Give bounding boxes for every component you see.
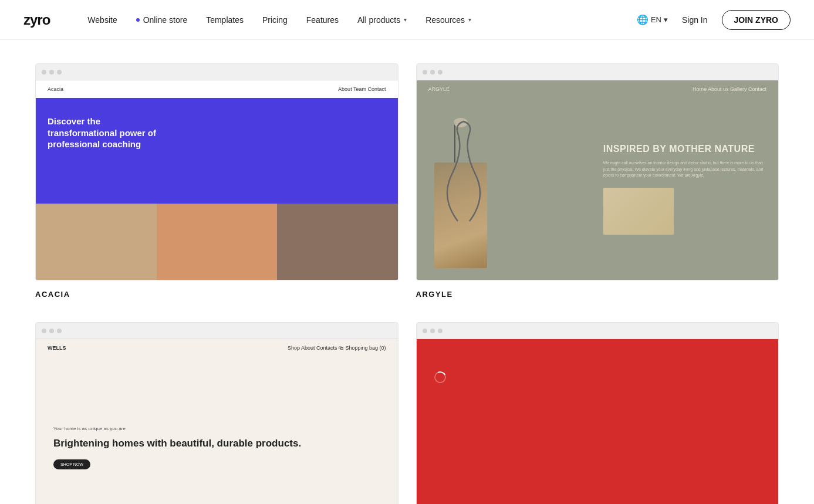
template-card-storytelling[interactable]: . Storytelling, branding and <box>416 322 779 504</box>
browser-dot-3 <box>57 70 62 75</box>
argyle-sculpture-container <box>428 116 499 268</box>
acacia-hero-text: Discover the transformational power of p… <box>48 116 165 150</box>
logo[interactable]: zyro <box>23 12 50 28</box>
argyle-left <box>428 110 592 268</box>
argyle-mockup: ARGYLE Home About us Gallery Contact <box>417 80 779 280</box>
chevron-down-icon: ▾ <box>404 16 407 23</box>
language-selector[interactable]: 🌐 EN ▾ <box>637 14 668 25</box>
wells-image: WELLS Shop About Contacts 🛍 Shopping bag… <box>36 339 398 504</box>
wire-sculpture-svg <box>428 116 499 233</box>
main-nav: Website Online store Templates Pricing F… <box>78 0 618 40</box>
header-right: 🌐 EN ▾ Sign In JOIN ZYRO <box>637 10 791 30</box>
wells-nav: WELLS Shop About Contacts 🛍 Shopping bag… <box>36 339 398 357</box>
sign-in-button[interactable]: Sign In <box>677 15 712 25</box>
browser-dot-1 <box>42 70 46 75</box>
wells-hero: Your home is as unique as you are Bright… <box>36 357 398 504</box>
nav-item-resources[interactable]: Resources ▾ <box>416 0 481 40</box>
template-preview-acacia: Acacia About Team Contact Discover the t… <box>35 63 398 280</box>
wells-shop-button[interactable]: SHOP NOW <box>53 459 90 469</box>
browser-dot-2 <box>430 329 435 333</box>
browser-dot-1 <box>423 329 427 333</box>
chevron-down-icon: ▾ <box>664 15 668 24</box>
header: zyro Website Online store Templates Pric… <box>0 0 814 40</box>
acacia-hero: Discover the transformational power of p… <box>36 98 398 280</box>
argyle-body: We might call ourselves an interior desi… <box>603 160 766 179</box>
loading-spinner <box>431 369 448 385</box>
wells-subtitle: Your home is as unique as you are <box>53 426 380 431</box>
nav-item-website[interactable]: Website <box>78 0 126 40</box>
template-card-argyle[interactable]: ARGYLE Home About us Gallery Contact <box>416 63 779 299</box>
photo-seg-2 <box>157 204 278 280</box>
template-preview-wells: WELLS Shop About Contacts 🛍 Shopping bag… <box>35 322 398 504</box>
nav-item-templates[interactable]: Templates <box>197 0 253 40</box>
red-spinner-container <box>417 357 779 392</box>
templates-grid: Acacia About Team Contact Discover the t… <box>35 63 779 504</box>
red-image: . Storytelling, branding and <box>417 339 779 504</box>
browser-bar <box>417 323 779 339</box>
argyle-bottom-image <box>603 188 674 235</box>
nav-item-online-store[interactable]: Online store <box>127 0 197 40</box>
acacia-mockup: Acacia About Team Contact Discover the t… <box>36 80 398 280</box>
red-nav: . <box>417 339 779 357</box>
browser-bar <box>36 323 398 339</box>
nav-item-features[interactable]: Features <box>297 0 348 40</box>
chevron-down-icon: ▾ <box>468 16 471 23</box>
template-preview-storytelling: . Storytelling, branding and <box>416 322 779 504</box>
template-name-argyle: ARGYLE <box>416 290 779 299</box>
argyle-image: ARGYLE Home About us Gallery Contact <box>417 80 779 280</box>
red-hero: Storytelling, branding and <box>417 392 779 504</box>
online-store-dot <box>136 18 140 22</box>
red-mockup: . Storytelling, branding and <box>417 339 779 504</box>
globe-icon: 🌐 <box>637 14 649 25</box>
template-preview-argyle: ARGYLE Home About us Gallery Contact <box>416 63 779 280</box>
browser-dot-1 <box>423 70 427 75</box>
browser-dot-2 <box>49 70 54 75</box>
nav-item-pricing[interactable]: Pricing <box>253 0 297 40</box>
browser-bar <box>36 64 398 80</box>
browser-dot-2 <box>430 70 435 75</box>
join-zyro-button[interactable]: JOIN ZYRO <box>722 10 791 30</box>
argyle-title: INSPIRED BY MOTHER NATURE <box>603 143 766 154</box>
browser-dot-3 <box>57 329 62 333</box>
argyle-hero: INSPIRED BY MOTHER NATURE We might call … <box>417 98 779 280</box>
browser-bar <box>417 64 779 80</box>
acacia-photo-strip <box>36 204 398 280</box>
photo-seg-3 <box>277 204 398 280</box>
template-name-acacia: ACACIA <box>35 290 398 299</box>
acacia-image: Acacia About Team Contact Discover the t… <box>36 80 398 280</box>
wells-title: Brightening homes with beautiful, durabl… <box>53 437 380 450</box>
wells-mockup: WELLS Shop About Contacts 🛍 Shopping bag… <box>36 339 398 504</box>
main-content: Acacia About Team Contact Discover the t… <box>0 40 814 504</box>
nav-item-all-products[interactable]: All products ▾ <box>348 0 416 40</box>
acacia-nav: Acacia About Team Contact <box>36 80 398 98</box>
template-card-wells[interactable]: WELLS Shop About Contacts 🛍 Shopping bag… <box>35 322 398 504</box>
browser-dot-2 <box>49 329 54 333</box>
browser-dot-1 <box>42 329 46 333</box>
argyle-right: INSPIRED BY MOTHER NATURE We might call … <box>597 110 766 268</box>
browser-dot-3 <box>438 329 443 333</box>
template-card-acacia[interactable]: Acacia About Team Contact Discover the t… <box>35 63 398 299</box>
browser-dot-3 <box>438 70 443 75</box>
photo-seg-1 <box>36 204 157 280</box>
argyle-nav: ARGYLE Home About us Gallery Contact <box>417 80 779 98</box>
